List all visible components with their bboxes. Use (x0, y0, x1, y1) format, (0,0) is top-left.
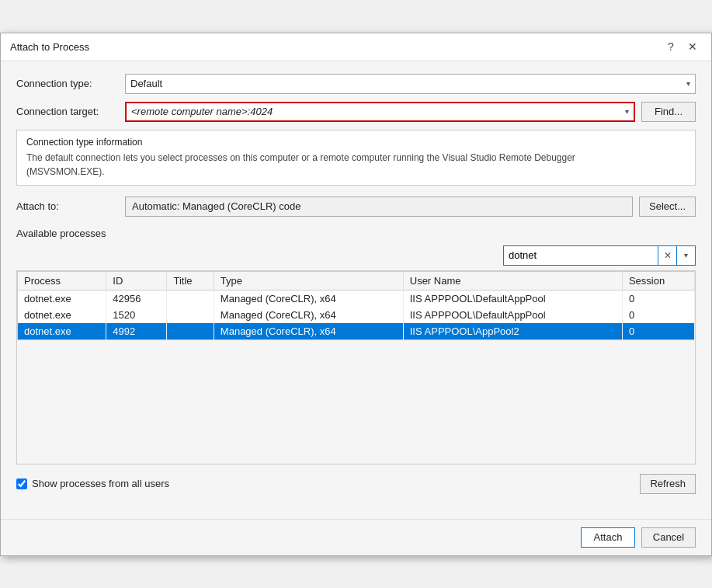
filter-row: ✕ ▾ (16, 245, 696, 266)
cell-session: 0 (622, 290, 694, 307)
close-button[interactable]: ✕ (683, 37, 702, 56)
dialog-body: Connection type: Default ▾ Connection ta… (1, 61, 711, 519)
title-bar-controls: ? ✕ (662, 37, 702, 56)
attach-button[interactable]: Attach (581, 527, 635, 548)
process-table-header: Process ID Title Type User Name Session (18, 271, 695, 290)
cell-session: 0 (622, 323, 694, 340)
info-section: Connection type information The default … (16, 130, 696, 186)
bottom-row: Show processes from all users Refresh (16, 474, 696, 494)
cell-username: IIS APPPOOL\DefaultAppPool (403, 307, 622, 323)
cell-id: 4992 (106, 323, 167, 340)
connection-type-combobox[interactable]: Default ▾ (125, 74, 696, 94)
show-processes-checkbox[interactable] (16, 478, 27, 489)
attach-to-value: Automatic: Managed (CoreCLR) code (125, 197, 633, 217)
filter-clear-button[interactable]: ✕ (658, 245, 677, 266)
cell-process: dotnet.exe (18, 307, 106, 323)
cell-process: dotnet.exe (18, 290, 106, 307)
show-processes-checkbox-label[interactable]: Show processes from all users (16, 478, 169, 489)
info-text-1: The default connection lets you select p… (26, 152, 575, 163)
cell-title (167, 290, 214, 307)
attach-to-label: Attach to: (16, 200, 125, 212)
cell-session: 0 (622, 307, 694, 323)
col-type: Type (214, 271, 403, 290)
cell-title (167, 323, 214, 340)
select-button[interactable]: Select... (639, 197, 696, 217)
connection-type-control: Default ▾ (125, 74, 696, 94)
table-row[interactable]: dotnet.exe4992Managed (CoreCLR), x64IIS … (18, 323, 695, 340)
connection-target-value: <remote computer name>:4024 (131, 106, 273, 117)
connection-target-input[interactable]: <remote computer name>:4024 ▾ (125, 102, 635, 122)
help-button[interactable]: ? (662, 37, 680, 56)
connection-target-arrow-icon: ▾ (625, 107, 629, 116)
find-button[interactable]: Find... (641, 102, 696, 122)
connection-target-control: <remote computer name>:4024 ▾ Find... (125, 102, 696, 122)
col-process: Process (18, 271, 106, 290)
cancel-button[interactable]: Cancel (641, 527, 696, 548)
info-section-text: The default connection lets you select p… (26, 151, 686, 179)
table-header-row: Process ID Title Type User Name Session (18, 271, 695, 290)
attach-to-process-dialog: Attach to Process ? ✕ Connection type: D… (0, 33, 712, 556)
cell-type: Managed (CoreCLR), x64 (214, 290, 403, 307)
attach-to-text: Automatic: Managed (CoreCLR) code (132, 200, 301, 212)
cell-process: dotnet.exe (18, 323, 106, 340)
cell-username: IIS APPPOOL\DefaultAppPool (403, 290, 622, 307)
show-processes-label: Show processes from all users (32, 478, 169, 489)
table-row[interactable]: dotnet.exe42956Managed (CoreCLR), x64IIS… (18, 290, 695, 307)
connection-target-row: Connection target: <remote computer name… (16, 102, 696, 122)
process-table: Process ID Title Type User Name Session … (17, 271, 695, 340)
connection-type-value: Default (130, 78, 162, 89)
title-bar: Attach to Process ? ✕ (1, 33, 711, 61)
filter-input[interactable] (503, 245, 658, 266)
refresh-button[interactable]: Refresh (640, 474, 696, 494)
col-title: Title (167, 271, 214, 290)
cell-title (167, 307, 214, 323)
connection-type-label: Connection type: (16, 78, 125, 89)
cell-username: IIS APPPOOL\AppPool2 (403, 323, 622, 340)
cell-type: Managed (CoreCLR), x64 (214, 323, 403, 340)
col-id: ID (106, 271, 167, 290)
connection-type-arrow-icon: ▾ (686, 79, 690, 88)
process-table-container: Process ID Title Type User Name Session … (16, 270, 696, 464)
col-session: Session (622, 271, 694, 290)
info-text-2: (MSVSMON.EXE). (26, 166, 105, 177)
footer: Attach Cancel (1, 519, 711, 555)
cell-id: 42956 (106, 290, 167, 307)
table-row[interactable]: dotnet.exe1520Managed (CoreCLR), x64IIS … (18, 307, 695, 323)
filter-dropdown-button[interactable]: ▾ (677, 245, 696, 266)
col-username: User Name (403, 271, 622, 290)
available-processes-label: Available processes (16, 228, 696, 239)
info-section-title: Connection type information (26, 137, 686, 148)
dialog-title: Attach to Process (10, 41, 89, 53)
cell-id: 1520 (106, 307, 167, 323)
connection-target-label: Connection target: (16, 106, 125, 117)
cell-type: Managed (CoreCLR), x64 (214, 307, 403, 323)
connection-type-row: Connection type: Default ▾ (16, 74, 696, 94)
attach-to-row: Attach to: Automatic: Managed (CoreCLR) … (16, 197, 696, 217)
process-table-body: dotnet.exe42956Managed (CoreCLR), x64IIS… (18, 290, 695, 339)
